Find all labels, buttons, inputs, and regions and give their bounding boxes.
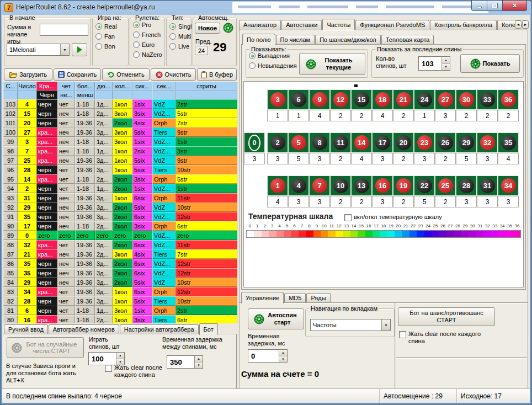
table-cell[interactable]: 1кол: [113, 287, 132, 296]
table-cell[interactable]: 5six: [132, 296, 152, 306]
table-cell[interactable]: 3six: [132, 221, 152, 231]
tab-тепловая-карта[interactable]: Тепловая карта: [381, 35, 434, 45]
tab-функционал-psevdoms[interactable]: Функционал PsevdoMS: [355, 20, 429, 30]
table-cell[interactable]: 3кол: [113, 127, 132, 137]
table-cell[interactable]: 1six: [132, 306, 152, 315]
table-cell[interactable]: неч: [57, 156, 75, 165]
table-cell[interactable]: 1-18: [75, 109, 95, 118]
table-cell[interactable]: 1д...: [95, 137, 113, 146]
table-cell[interactable]: 3six: [132, 174, 152, 184]
table-cell[interactable]: сик...: [132, 82, 152, 90]
table-cell[interactable]: 95: [3, 174, 18, 184]
table-cell[interactable]: чет: [57, 306, 75, 315]
table-cell[interactable]: VdZ...: [152, 146, 175, 156]
table-cell[interactable]: 10str: [175, 296, 237, 306]
table-cell[interactable]: неч: [57, 221, 75, 231]
table-cell[interactable]: 1д...: [95, 146, 113, 156]
table-cell[interactable]: 81: [3, 306, 18, 315]
table-cell[interactable]: 94: [3, 184, 18, 193]
table-cell[interactable]: 2кол: [113, 259, 132, 268]
table-cell[interactable]: 3д...: [95, 240, 113, 249]
start-sum-input[interactable]: [40, 24, 88, 36]
number-cell-6[interactable]: 6: [288, 89, 309, 110]
table-cell[interactable]: 1-18: [75, 306, 95, 315]
tab-частоты[interactable]: Частоты: [322, 19, 355, 30]
table-cell[interactable]: zero: [75, 231, 95, 240]
toolbar-в-буфер[interactable]: В буфер: [197, 68, 237, 81]
table-cell[interactable]: чет: [57, 287, 75, 296]
table-cell[interactable]: черн: [36, 99, 57, 109]
table-cell[interactable]: кра...: [36, 315, 57, 323]
table-cell[interactable]: 12str: [175, 259, 237, 268]
table-cell[interactable]: Orph: [152, 306, 175, 315]
table-cell[interactable]: 19-36: [75, 259, 95, 268]
table-cell[interactable]: zero: [132, 231, 152, 240]
table-cell[interactable]: [18, 90, 36, 99]
table-cell[interactable]: 89: [3, 231, 18, 240]
table-cell[interactable]: 35: [18, 268, 36, 278]
table-cell[interactable]: 2кол: [113, 268, 132, 278]
number-cell-8[interactable]: 8: [309, 132, 330, 153]
spin-delay-spinner[interactable]: 350 ▲ ▼: [167, 355, 203, 369]
spinner-up-icon[interactable]: ▲: [195, 356, 203, 363]
table-cell[interactable]: 3д...: [95, 156, 113, 165]
table-cell[interactable]: [3, 90, 18, 99]
tab-navigation-select[interactable]: Частоты ▼: [310, 319, 391, 331]
spinner-up-icon[interactable]: ▲: [279, 350, 287, 356]
table-cell[interactable]: 3д...: [95, 127, 113, 137]
profile-combo[interactable]: 1Melonati ▼: [7, 44, 70, 56]
tab-автограббер-номеров[interactable]: Автограббер номеров: [49, 324, 119, 334]
table-cell[interactable]: 3кол: [113, 249, 132, 259]
table-cell[interactable]: 1six: [132, 184, 152, 193]
table-cell[interactable]: неч: [57, 109, 75, 118]
table-cell[interactable]: 4six: [132, 118, 152, 127]
number-cell-24[interactable]: 24: [414, 89, 435, 110]
table-cell[interactable]: чет: [57, 240, 75, 249]
toolbar-отменить[interactable]: Отменить: [102, 68, 150, 81]
table-cell[interactable]: 19-36: [75, 268, 95, 278]
table-cell[interactable]: 2кол: [113, 202, 132, 212]
number-cell-21[interactable]: 21: [393, 89, 414, 110]
table-cell[interactable]: zero: [57, 231, 75, 240]
table-cell[interactable]: 3д...: [95, 287, 113, 296]
title-bar[interactable]: 7 HelperRoullet 8.62 - create helperroul…: [1, 1, 531, 15]
table-cell[interactable]: 2str: [175, 306, 237, 315]
table-cell[interactable]: 20: [18, 118, 36, 127]
table-cell[interactable]: zero: [113, 231, 132, 240]
table-cell[interactable]: Число: [18, 82, 36, 90]
radio-multi[interactable]: Multi: [169, 33, 191, 40]
table-cell[interactable]: 19-36: [75, 165, 95, 174]
spinner-down-icon[interactable]: ▼: [195, 363, 203, 369]
table-cell[interactable]: 7str: [175, 118, 237, 127]
table-cell[interactable]: 35: [18, 212, 36, 221]
table-cell[interactable]: 2кол: [113, 118, 132, 127]
table-cell[interactable]: 5six: [132, 202, 152, 212]
table-cell[interactable]: С...: [3, 82, 18, 90]
table-cell[interactable]: 83: [3, 287, 18, 296]
table-cell[interactable]: 5str: [175, 109, 237, 118]
table-cell[interactable]: неч: [57, 212, 75, 221]
tab-ряды[interactable]: Ряды: [306, 293, 330, 303]
table-cell[interactable]: VdZ...: [152, 212, 175, 221]
table-cell[interactable]: кол...: [113, 82, 132, 90]
table-cell[interactable]: 7: [18, 146, 36, 156]
toolbar-очистить[interactable]: Очистить: [151, 68, 196, 81]
table-cell[interactable]: 4: [18, 99, 36, 109]
table-cell[interactable]: 3: [18, 137, 36, 146]
table-cell[interactable]: черн: [36, 221, 57, 231]
table-cell[interactable]: 2кол: [113, 174, 132, 184]
table-cell[interactable]: VdZ...: [152, 184, 175, 193]
show-current-button[interactable]: Показать текущие: [299, 53, 365, 75]
table-cell[interactable]: Кра...: [36, 82, 57, 90]
table-cell[interactable]: VdZ: [152, 99, 175, 109]
number-cell-25[interactable]: 25: [435, 175, 456, 196]
table-cell[interactable]: 5str: [175, 174, 237, 184]
table-cell[interactable]: стриты: [175, 82, 237, 90]
table-cell[interactable]: 96: [3, 165, 18, 174]
table-cell[interactable]: кра...: [36, 156, 57, 165]
table-cell[interactable]: 35: [18, 259, 36, 268]
number-cell-10[interactable]: 10: [330, 175, 351, 196]
table-cell[interactable]: 2str: [175, 99, 237, 109]
number-cell-4[interactable]: 4: [288, 175, 309, 196]
table-cell[interactable]: 19-36: [75, 278, 95, 287]
